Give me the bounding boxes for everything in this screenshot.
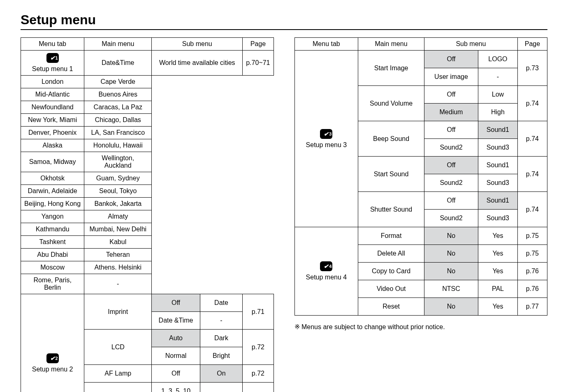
sub-menu-cell: Sound2 (424, 174, 478, 192)
main-menu-cell: AF Lamp (84, 365, 152, 383)
main-menu-cell: Sound Volume (358, 86, 424, 121)
table-row: ✔3Setup menu 3Start ImageOffLOGOp.73 (294, 51, 547, 68)
sub-menu-cell: Yes (478, 298, 518, 316)
sub-menu-cell: Sound1 (478, 192, 518, 210)
page-cell: p.75 (517, 245, 547, 263)
sub-menu-cell: Off (152, 365, 200, 383)
main-menu-cell: Start Sound (358, 157, 424, 192)
setup1-main: Date&Time (84, 51, 152, 76)
sub-menu-cell: LOGO (478, 51, 518, 68)
sub-menu-cell: Yes (478, 263, 518, 280)
col-main-menu: Main menu (84, 38, 152, 51)
sub-menu-cell: Sound3 (478, 139, 518, 157)
city-row: Mid-AtlanticBuenos Aires (21, 88, 274, 101)
city-cell: New York, Miami (21, 114, 84, 127)
sub-menu-cell: Auto (152, 330, 200, 347)
city-cell: Cape Verde (84, 76, 152, 88)
main-menu-cell: Start Image (358, 51, 424, 86)
footnote: ※ Menus are subject to change without pr… (294, 323, 548, 331)
world-cities-label: World time available cities (152, 51, 243, 76)
sub-menu-cell: NTSC (424, 280, 478, 298)
title-underline (21, 29, 547, 30)
sub-menu-cell: Off (424, 192, 478, 210)
city-row: Darwin, AdelaideSeoul, Tokyo (21, 185, 274, 198)
col-sub-menu: Sub menu (152, 38, 243, 51)
city-cell: Seoul, Tokyo (84, 185, 152, 198)
table-row: ✔4Setup menu 4FormatNoYesp.75 (294, 227, 547, 245)
setup4-label: Setup menu 4 (306, 274, 347, 281)
sub-menu-cell: Normal (152, 347, 200, 365)
city-cell: Kabul (84, 236, 152, 249)
sub-menu-cell: User image (424, 68, 478, 86)
city-cell: Athens. Helsinki (84, 261, 152, 274)
sub-menu-cell: Yes (478, 227, 518, 245)
page-cell: p.72 (243, 383, 274, 392)
city-cell: Guam, Sydney (84, 172, 152, 185)
city-cell: Mid-Atlantic (21, 88, 84, 101)
menu-tab-setup4: ✔4Setup menu 4 (294, 227, 358, 316)
city-row: Denver, PhoenixLA, San Francisco (21, 127, 274, 139)
sub-menu-cell: Sound2 (424, 139, 478, 157)
city-cell: Rome, Paris, Berlin (21, 274, 84, 294)
city-cell: Caracas, La Paz (84, 101, 152, 114)
col-sub-menu: Sub menu (424, 38, 517, 51)
city-cell: Wellington, Auckland (84, 152, 152, 172)
sub-menu-cell: High (478, 104, 518, 121)
city-row: LondonCape Verde (21, 76, 274, 88)
sub-menu-cell: Date (200, 294, 242, 312)
table-row: ✔2Setup menu 2ImprintOffDatep.71 (21, 294, 274, 312)
main-menu-cell: LCD (84, 330, 152, 365)
sub-menu-cell: Sound2 (424, 210, 478, 227)
city-cell: Bankok, Jakarta (84, 198, 152, 210)
city-row: Beijing, Hong KongBankok, Jakarta (21, 198, 274, 210)
sub-menu-cell: Off (424, 51, 478, 68)
city-cell: Mumbai, New Delhi (84, 223, 152, 236)
city-cell: Beijing, Hong Kong (21, 198, 84, 210)
city-cell: Honolulu, Hawaii (84, 139, 152, 152)
city-cell: Teheran (84, 249, 152, 261)
city-row: KathmanduMumbai, New Delhi (21, 223, 274, 236)
sub-menu-cell: Off (424, 86, 478, 104)
city-row: OkhotskGuam, Sydney (21, 172, 274, 185)
sub-menu-cell: No (424, 298, 478, 316)
sub-menu-cell: No (424, 245, 478, 263)
city-row: MoscowAthens. Helsinki (21, 261, 274, 274)
city-row: Samoa, MidwayWellington, Auckland (21, 152, 274, 172)
sub-menu-cell: - (478, 68, 518, 86)
sub-menu-cell: Low (478, 86, 518, 104)
sub-menu-cell: Medium (424, 104, 478, 121)
main-menu-cell: Delete All (358, 245, 424, 263)
city-cell: Moscow (21, 261, 84, 274)
page-cell: p.74 (517, 121, 547, 157)
main-menu-cell: Copy to Card (358, 263, 424, 280)
sub-menu-cell: On (200, 365, 242, 383)
city-cell: Yangon (21, 210, 84, 223)
page-cell: p.76 (517, 263, 547, 280)
col-page: Page (517, 38, 547, 51)
sub-menu-cell: Off (424, 157, 478, 174)
city-cell: Samoa, Midway (21, 152, 84, 172)
page-cell: p.72 (243, 330, 274, 365)
col-page: Page (243, 38, 274, 51)
sub-menu-cell: Sound3 (478, 210, 518, 227)
header-row: Menu tab Main menu Sub menu Page (294, 38, 547, 51)
right-table: Menu tab Main menu Sub menu Page ✔3Setup… (294, 37, 548, 316)
city-row: New York, MiamiChicago, Dallas (21, 114, 274, 127)
setup1-page: p.70~71 (243, 51, 274, 76)
city-cell: Buenos Aires (84, 88, 152, 101)
setup1-label: Setup menu 1 (32, 65, 73, 72)
page-cell: p.75 (517, 227, 547, 245)
city-cell: Chicago, Dallas (84, 114, 152, 127)
sub-menu-cell: - (200, 383, 242, 392)
main-menu-cell: Reset (358, 298, 424, 316)
sub-menu-cell: PAL (478, 280, 518, 298)
city-cell: - (84, 274, 152, 294)
menu-tab-setup1: ✔1 Setup menu 1 (21, 51, 84, 76)
page-cell: p.73 (517, 51, 547, 86)
main-menu-cell: Video Out (358, 280, 424, 298)
sub-menu-cell: No (424, 263, 478, 280)
sub-menu-cell: Off (152, 294, 200, 312)
sub-menu-cell: Yes (478, 245, 518, 263)
wrench-icon: ✔1 (46, 53, 59, 63)
sub-menu-cell: - (200, 312, 242, 330)
